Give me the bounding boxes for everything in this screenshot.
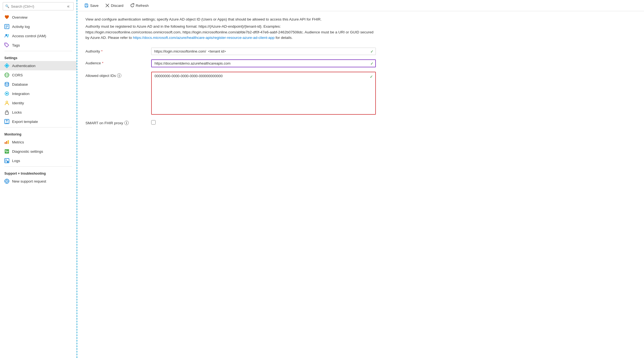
- svg-point-14: [6, 93, 8, 94]
- lock-icon: [4, 110, 9, 115]
- toolbar: Save Discard Refresh: [77, 0, 644, 11]
- allowed-ids-info-icon[interactable]: ℹ: [117, 73, 121, 78]
- allowed-object-ids-wrapper: 00000000-0000-0000-0000-000000000000 ✓: [151, 72, 376, 115]
- svg-point-4: [5, 34, 7, 36]
- audience-label: Audience *: [85, 59, 151, 65]
- svg-rect-36: [86, 4, 87, 5]
- allowed-ids-check-icon: ✓: [370, 74, 373, 79]
- sidebar-item-identity[interactable]: Identity: [0, 98, 76, 108]
- diagnostic-icon: [4, 149, 9, 154]
- refresh-button[interactable]: Refresh: [127, 2, 151, 9]
- svg-marker-8: [6, 65, 8, 67]
- discard-button[interactable]: Discard: [102, 2, 126, 9]
- authority-required: *: [101, 49, 102, 53]
- svg-point-5: [7, 34, 9, 36]
- divider-settings: [4, 51, 72, 51]
- description-1: View and configure authentication settin…: [85, 17, 376, 22]
- svg-point-6: [5, 44, 6, 44]
- authority-control: ✓: [151, 48, 376, 55]
- search-input[interactable]: [11, 4, 64, 8]
- description-2: Authority must be registered to Azure AD…: [85, 24, 376, 41]
- sidebar: 🔍 « Overview Activity log Access control…: [0, 0, 77, 358]
- collapse-button[interactable]: «: [65, 4, 71, 9]
- smart-proxy-checkbox[interactable]: [151, 120, 156, 125]
- monitoring-section-header: Monitoring: [0, 129, 76, 137]
- allowed-object-ids-row: Allowed object IDs ℹ 00000000-0000-0000-…: [85, 72, 376, 115]
- sidebar-item-authentication[interactable]: Authentication: [0, 61, 76, 70]
- sidebar-item-label: Logs: [12, 159, 20, 163]
- sidebar-item-export-template[interactable]: Export template: [0, 117, 76, 126]
- sidebar-item-label: Metrics: [12, 140, 24, 144]
- sidebar-item-label: New support request: [12, 179, 46, 183]
- svg-rect-16: [5, 112, 8, 114]
- heart-icon: [4, 15, 9, 20]
- sidebar-item-access-control[interactable]: Access control (IAM): [0, 31, 76, 41]
- sidebar-item-label: Activity log: [12, 25, 30, 29]
- sidebar-item-metrics[interactable]: Metrics: [0, 137, 76, 147]
- svg-point-12: [5, 82, 9, 84]
- svg-point-30: [6, 180, 8, 182]
- allowed-object-ids-control: 00000000-0000-0000-0000-000000000000 ✓: [151, 72, 376, 115]
- sidebar-item-activity-log[interactable]: Activity log: [0, 22, 76, 31]
- divider-support: [4, 166, 72, 167]
- sidebar-item-integration[interactable]: Integration: [0, 89, 76, 98]
- support-section-header: Support + troubleshooting: [0, 168, 76, 177]
- divider-monitoring: [4, 127, 72, 128]
- sidebar-item-locks[interactable]: Locks: [0, 108, 76, 117]
- logs-icon: [4, 158, 9, 163]
- sidebar-item-label: Identity: [12, 101, 24, 105]
- database-icon: [4, 82, 9, 87]
- description-link[interactable]: https://docs.microsoft.com/azure/healthc…: [133, 36, 274, 40]
- sidebar-item-logs[interactable]: Logs: [0, 156, 76, 165]
- main-panel: Save Discard Refresh View and configure …: [77, 0, 644, 358]
- sidebar-item-tags[interactable]: Tags: [0, 41, 76, 50]
- activity-icon: [4, 24, 9, 29]
- refresh-label: Refresh: [136, 4, 149, 8]
- svg-rect-28: [7, 161, 8, 163]
- sidebar-item-new-support-request[interactable]: New support request: [0, 177, 76, 186]
- support-icon: [4, 179, 9, 184]
- allowed-object-ids-label: Allowed object IDs ℹ: [85, 72, 151, 78]
- cors-icon: [4, 73, 9, 77]
- sidebar-item-label: CORS: [12, 73, 23, 77]
- sidebar-item-label: Export template: [12, 120, 38, 124]
- authority-input[interactable]: [151, 48, 376, 55]
- sidebar-item-label: Tags: [12, 43, 20, 47]
- svg-rect-22: [8, 140, 8, 144]
- sidebar-item-label: Authentication: [12, 64, 36, 68]
- authority-label: Authority *: [85, 48, 151, 53]
- sidebar-item-diagnostic[interactable]: Diagnostic settings: [0, 147, 76, 156]
- diamond-icon: [4, 63, 9, 68]
- sidebar-item-label: Overview: [12, 15, 27, 19]
- audience-input-wrapper: ✓: [151, 59, 376, 67]
- discard-label: Discard: [111, 4, 124, 8]
- sidebar-item-label: Access control (IAM): [12, 34, 46, 38]
- save-button[interactable]: Save: [82, 2, 101, 9]
- refresh-icon: [130, 3, 134, 8]
- export-icon: [4, 119, 9, 124]
- svg-rect-21: [6, 141, 7, 144]
- discard-icon: [105, 3, 110, 8]
- content-area: View and configure authentication settin…: [77, 11, 644, 358]
- save-icon: [84, 3, 89, 8]
- authority-row: Authority * ✓: [85, 48, 376, 55]
- smart-proxy-info-icon[interactable]: ℹ: [124, 121, 129, 125]
- smart-proxy-label: SMART on FHIR proxy ℹ: [85, 119, 151, 125]
- sidebar-item-label: Integration: [12, 92, 30, 96]
- svg-rect-35: [86, 6, 87, 7]
- search-box[interactable]: 🔍 «: [3, 2, 74, 10]
- sidebar-item-label: Database: [12, 82, 28, 86]
- sidebar-item-label: Diagnostic settings: [12, 149, 43, 154]
- audience-check-icon: ✓: [370, 61, 374, 66]
- sidebar-item-overview[interactable]: Overview: [0, 13, 76, 22]
- people-icon: [4, 33, 9, 38]
- audience-input[interactable]: [151, 59, 376, 67]
- audience-row: Audience * ✓: [85, 59, 376, 67]
- sidebar-item-database[interactable]: Database: [0, 80, 76, 89]
- svg-rect-20: [5, 142, 5, 144]
- allowed-object-ids-textarea[interactable]: 00000000-0000-0000-0000-000000000000: [152, 72, 375, 113]
- description-2-after: for details.: [274, 36, 293, 40]
- sidebar-item-cors[interactable]: CORS: [0, 70, 76, 80]
- smart-proxy-row: SMART on FHIR proxy ℹ: [85, 119, 376, 125]
- svg-point-15: [6, 101, 8, 103]
